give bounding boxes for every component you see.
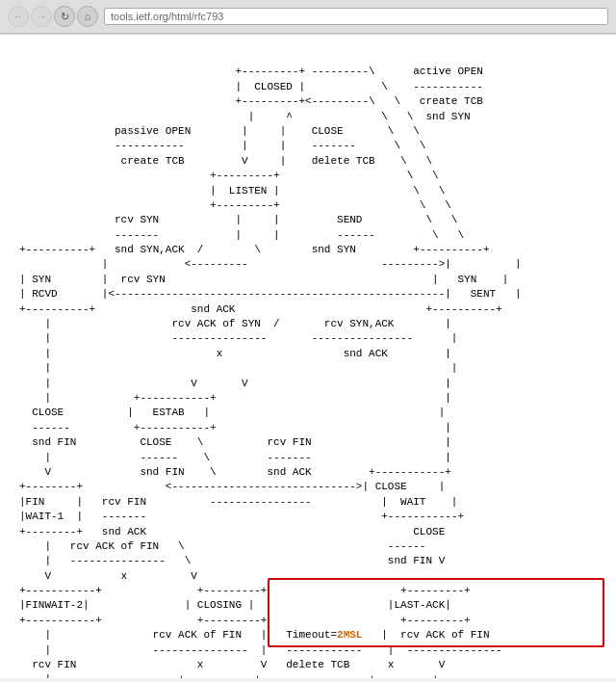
address-bar[interactable]: tools.ietf.org/html/rfc793	[104, 8, 608, 25]
home-button[interactable]: ⌂	[77, 6, 98, 27]
tcp-state-diagram: +---------+ ---------\ active OPEN | CLO…	[19, 50, 597, 678]
refresh-button[interactable]: ↻	[54, 6, 75, 27]
back-button[interactable]: ←	[8, 6, 29, 27]
nav-buttons: ← → ↻ ⌂	[8, 6, 98, 27]
page-content: +---------+ ---------\ active OPEN | CLO…	[0, 35, 616, 678]
url-text: tools.ietf.org/html/rfc793	[111, 11, 223, 22]
browser-chrome: ← → ↻ ⌂ tools.ietf.org/html/rfc793	[0, 0, 616, 35]
forward-button[interactable]: →	[31, 6, 52, 27]
browser-toolbar: ← → ↻ ⌂ tools.ietf.org/html/rfc793	[0, 0, 616, 34]
